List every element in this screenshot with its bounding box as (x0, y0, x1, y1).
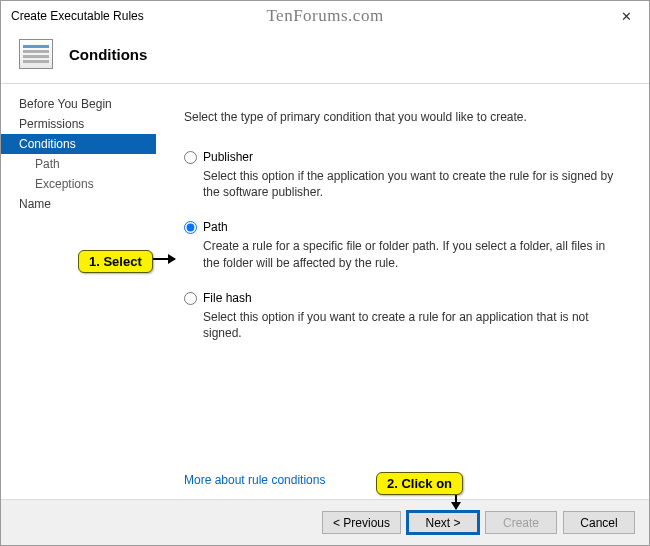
option-publisher-row: Publisher (184, 150, 625, 164)
create-button: Create (485, 511, 557, 534)
radio-path-label[interactable]: Path (203, 220, 228, 234)
option-filehash-row: File hash (184, 291, 625, 305)
sidebar-item-path[interactable]: Path (1, 154, 156, 174)
radio-filehash-desc: Select this option if you want to create… (203, 309, 625, 341)
option-path-row: Path (184, 220, 625, 234)
more-about-link[interactable]: More about rule conditions (184, 473, 325, 487)
window-title: Create Executable Rules (11, 9, 144, 23)
close-button[interactable]: ✕ (604, 1, 649, 31)
sidebar-item-conditions[interactable]: Conditions (1, 134, 156, 154)
wizard-body: Before You Begin Permissions Conditions … (1, 84, 649, 499)
radio-path-desc: Create a rule for a specific file or fol… (203, 238, 625, 270)
sidebar-item-name[interactable]: Name (1, 194, 156, 214)
annotation-step2: 2. Click on (376, 472, 463, 495)
previous-button[interactable]: < Previous (322, 511, 401, 534)
wizard-footer: < Previous Next > Create Cancel (1, 499, 649, 545)
wizard-content: Select the type of primary condition tha… (156, 84, 649, 499)
wizard-sidebar: Before You Begin Permissions Conditions … (1, 84, 156, 499)
radio-publisher-desc: Select this option if the application yo… (203, 168, 625, 200)
page-icon (19, 39, 53, 69)
page-title: Conditions (69, 46, 147, 63)
annotation-arrow-2 (455, 493, 457, 509)
sidebar-item-permissions[interactable]: Permissions (1, 114, 156, 134)
intro-text: Select the type of primary condition tha… (184, 110, 625, 124)
titlebar: Create Executable Rules TenForums.com ✕ (1, 1, 649, 31)
radio-publisher-label[interactable]: Publisher (203, 150, 253, 164)
sidebar-item-exceptions[interactable]: Exceptions (1, 174, 156, 194)
close-icon: ✕ (621, 9, 632, 24)
next-button[interactable]: Next > (407, 511, 479, 534)
radio-publisher[interactable] (184, 151, 197, 164)
radio-filehash[interactable] (184, 292, 197, 305)
wizard-header: Conditions (1, 31, 649, 84)
sidebar-item-before-you-begin[interactable]: Before You Begin (1, 94, 156, 114)
cancel-button[interactable]: Cancel (563, 511, 635, 534)
radio-path[interactable] (184, 221, 197, 234)
watermark-text: TenForums.com (266, 6, 383, 26)
annotation-step1: 1. Select (78, 250, 153, 273)
wizard-window: Create Executable Rules TenForums.com ✕ … (0, 0, 650, 546)
radio-filehash-label[interactable]: File hash (203, 291, 252, 305)
